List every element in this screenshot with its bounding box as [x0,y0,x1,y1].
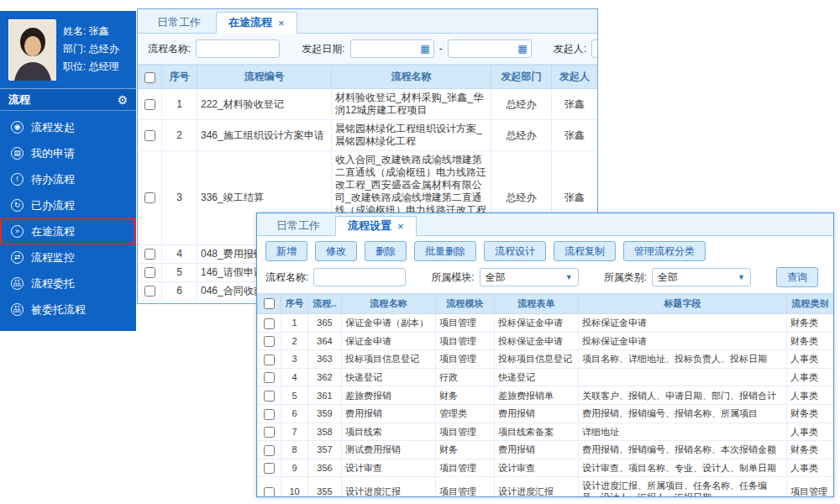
row-fields: 设计审查、项目名称、专业、设计人、制单日期 [579,459,787,477]
table-header-row: 序号 流程.. 流程名称 流程模块 流程表单 标题字段 流程类别 [258,294,834,314]
table-row[interactable]: 10 355 设计进度汇报 项目管理 设计进度汇报 设计进度汇报、所属项目、任务… [258,477,834,497]
row-id: 355 [308,477,342,497]
row-checkbox[interactable] [264,354,275,365]
sidebar-item-delegated-processes[interactable]: 品 被委托流程 [0,297,136,323]
sidebar-item-label: 已办流程 [31,198,75,213]
table-row[interactable]: 7 358 项目线索 项目管理 项目线索备案 详细地址 人事类 [258,423,834,441]
batch-delete-button[interactable]: 批量删除 [414,241,476,261]
tab-daily-work[interactable]: 日常工作 [144,12,213,33]
header-no: 序号 [162,66,197,89]
process-name-input[interactable] [313,268,406,286]
table-row[interactable]: 1 222_材料验收登记 材料验收登记_材料采购_张鑫_华润12城房建工程项目 … [139,89,598,120]
row-checkbox[interactable] [264,391,275,402]
process-design-button[interactable]: 流程设计 [484,241,546,261]
sidebar-item-process-delegate[interactable]: 品 流程委托 [0,270,136,297]
start-date-from-input[interactable]: ▦ [350,39,434,58]
close-icon[interactable]: × [397,220,404,233]
select-all-cell [139,66,162,89]
sidebar-item-process-monitor[interactable]: ⇄ 流程监控 [0,244,136,270]
sidebar-menu: ◉ 流程发起 ▤ 我的申请 ! 待办流程 ↻ 已办流程 » 在途流程 ⇄ 流程监… [0,111,136,324]
row-checkbox[interactable] [144,286,155,297]
header-form: 流程表单 [495,294,579,314]
row-checkbox[interactable] [144,99,155,110]
row-checkbox[interactable] [144,192,155,203]
table-row[interactable]: 3 363 投标项目信息登记 项目管理 投标项目信息登记 项目名称、详细地址、投… [258,350,834,369]
select-all-checkbox[interactable] [144,72,155,83]
initiator-input[interactable] [591,39,598,58]
sidebar-item-process-start[interactable]: ◉ 流程发起 [0,114,136,140]
process-name-label: 流程名称: [265,270,308,285]
edit-button[interactable]: 修改 [315,241,357,261]
row-name: 保证金申请（副本） [342,314,436,333]
row-checkbox[interactable] [144,267,155,278]
delete-button[interactable]: 删除 [365,241,407,261]
row-module: 财务 [436,441,495,459]
row-code: 346_施工组织设计方案申请 [197,120,332,151]
gear-icon[interactable]: ⚙ [117,93,128,107]
row-no: 1 [281,314,308,333]
chevron-down-icon: ▼ [738,273,745,281]
row-no: 6 [281,404,308,423]
row-checkbox[interactable] [264,336,275,347]
row-id: 365 [308,314,342,333]
calendar-icon[interactable]: ▦ [517,43,530,55]
table-row[interactable]: 4 362 快递登记 行政 快递登记 人事类 [258,368,834,386]
window2-toolbar: 新增 修改 删除 批量删除 流程设计 流程复制 管理流程分类 [257,236,833,265]
tab-inprogress-process[interactable]: 在途流程 × [216,12,297,34]
sidebar-item-done-processes[interactable]: ↻ 已办流程 [0,192,136,218]
table-row[interactable]: 2 364 保证金申请 项目管理 投标保证金申请 投标保证金申请 财务类 [258,332,834,350]
row-no: 3 [162,151,197,245]
row-checkbox[interactable] [264,487,275,497]
table-row[interactable]: 9 356 设计审查 项目管理 设计审查 设计审查、项目名称、专业、设计人、制单… [258,459,834,477]
row-no: 2 [281,332,308,350]
add-button[interactable]: 新增 [265,241,307,261]
close-icon[interactable]: × [278,17,285,29]
row-fields: 设计进度汇报、所属项目、任务名称、任务编号、设计人、汇报人、汇报日期 [579,477,787,497]
row-checkbox[interactable] [144,130,155,141]
row-form: 设计进度汇报 [495,477,579,497]
row-fields: 费用报销、报销编号、报销名称、所属项目 [579,404,787,423]
row-checkbox[interactable] [264,318,275,329]
date-from-field[interactable] [351,41,421,56]
row-module: 财务 [436,386,495,405]
table-row[interactable]: 2 346_施工组织设计方案申请 晨铭园林绿化工程组织设计方案_晨铭园林绿化工程… [139,120,598,151]
table-row[interactable]: 1 365 保证金申请（副本） 项目管理 投标保证金申请 投标保证金申请 财务类 [258,314,834,333]
sidebar-item-label: 流程监控 [31,250,75,265]
tab-daily-work[interactable]: 日常工作 [264,216,333,235]
chevron-down-icon: ▼ [565,273,573,281]
calendar-icon[interactable]: ▦ [420,43,433,55]
tab-process-settings[interactable]: 流程设置 × [335,216,417,236]
sidebar-item-inprogress-processes[interactable]: » 在途流程 [0,218,136,244]
sidebar-item-todo-processes[interactable]: ! 待办流程 [0,166,136,192]
manage-category-button[interactable]: 管理流程分类 [623,241,706,261]
row-checkbox[interactable] [264,409,275,420]
row-checkbox[interactable] [144,249,155,260]
monitor-arrows-icon: ⇄ [11,251,24,264]
table-row[interactable]: 6 359 费用报销 管理类 费用报销 费用报销、报销编号、报销名称、所属项目 … [258,404,834,423]
sidebar-item-label: 我的申请 [31,146,75,161]
start-date-to-input[interactable]: ▦ [448,39,532,58]
row-fields: 投标保证金申请 [579,314,787,333]
row-category: 人事类 [787,423,834,441]
table-row[interactable]: 8 357 测试费用报销 财务 费用报销 费用报销、报销编号、报销名称、本次报销… [258,441,834,459]
process-copy-button[interactable]: 流程复制 [554,241,616,261]
row-checkbox[interactable] [264,427,275,438]
sidebar-item-my-applications[interactable]: ▤ 我的申请 [0,140,136,166]
row-checkbox[interactable] [264,372,275,383]
date-to-field[interactable] [449,41,518,56]
sidebar-item-label: 流程发起 [31,120,75,135]
row-form: 投标项目信息登记 [495,350,579,369]
search-button[interactable]: 查询 [776,267,818,287]
category-label: 所属类别: [604,270,647,285]
category-select[interactable]: 全部 ▼ [652,268,751,286]
row-no: 5 [162,264,197,282]
row-checkbox[interactable] [264,463,275,474]
module-select[interactable]: 全部 ▼ [480,268,579,286]
row-no: 7 [281,423,308,441]
tab-label: 在途流程 [228,15,272,30]
row-category: 财务类 [787,404,834,423]
process-name-input[interactable] [196,39,280,58]
row-checkbox[interactable] [264,445,275,456]
select-all-checkbox[interactable] [264,298,275,309]
table-row[interactable]: 5 361 差旅费报销 财务 差旅费报销单 关联客户、报销人、申请日期、部门、报… [258,386,834,405]
